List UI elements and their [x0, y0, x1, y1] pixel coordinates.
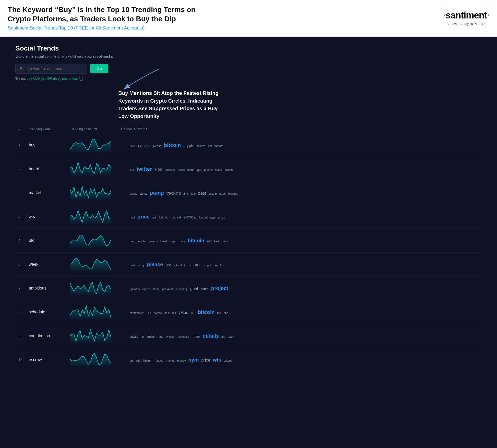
- cloud-word[interactable]: bitcoin: [164, 140, 181, 151]
- cloud-word[interactable]: funded: [199, 214, 208, 221]
- cloud-word[interactable]: elon: [155, 165, 162, 174]
- cloud-word[interactable]: tracking: [166, 189, 181, 198]
- cloud-word[interactable]: nym: [210, 214, 216, 221]
- cloud-word[interactable]: get: [208, 143, 212, 149]
- cloud-word[interactable]: tell: [172, 310, 176, 316]
- trending-word[interactable]: wts: [26, 205, 67, 228]
- cloud-word[interactable]: become: [228, 191, 238, 197]
- cloud-word[interactable]: support: [147, 334, 156, 340]
- cloud-word[interactable]: polkadot: [162, 286, 173, 292]
- trending-word[interactable]: schedule: [26, 300, 67, 324]
- cloud-word[interactable]: time: [183, 191, 189, 197]
- cloud-word[interactable]: sol: [152, 214, 157, 221]
- cloud-word[interactable]: opt: [130, 357, 133, 364]
- cloud-word[interactable]: wts: [213, 354, 221, 365]
- trending-word[interactable]: btc: [26, 228, 67, 252]
- trending-word[interactable]: week: [26, 252, 67, 276]
- cloud-word[interactable]: upcoming: [175, 286, 188, 292]
- cloud-word[interactable]: price: [137, 211, 150, 222]
- cloud-word[interactable]: nym: [188, 354, 199, 365]
- cloud-word[interactable]: joining: [225, 167, 233, 173]
- cloud-word[interactable]: please: [153, 143, 161, 149]
- cloud-word[interactable]: crypto: [169, 238, 177, 244]
- cloud-word[interactable]: funded: [155, 357, 164, 364]
- cloud-word[interactable]: market: [215, 143, 223, 149]
- cloud-word[interactable]: team: [228, 334, 234, 340]
- cloud-word[interactable]: opt: [165, 214, 169, 221]
- cloud-word[interactable]: increase: [165, 167, 176, 173]
- cloud-word[interactable]: post: [130, 262, 135, 268]
- cloud-word[interactable]: litheum: [143, 357, 152, 364]
- cloud-word[interactable]: twitter: [137, 163, 152, 175]
- cloud-word[interactable]: like: [214, 238, 219, 245]
- cloud-word[interactable]: private: [130, 334, 138, 340]
- cloud-word[interactable]: cipher: [142, 286, 150, 292]
- cloud-word[interactable]: please: [147, 259, 163, 270]
- cloud-word[interactable]: escrow: [183, 213, 196, 222]
- cloud-word[interactable]: cointest: [157, 238, 167, 244]
- cloud-word[interactable]: value: [148, 238, 155, 244]
- cloud-word[interactable]: project: [211, 283, 228, 294]
- cloud-word[interactable]: wtb: [136, 357, 140, 364]
- cloud-word[interactable]: like: [147, 310, 151, 316]
- cloud-word[interactable]: full: [159, 214, 163, 221]
- cloud-word[interactable]: tokens: [224, 357, 232, 364]
- cloud-word[interactable]: proxy: [218, 214, 225, 221]
- cloud-word[interactable]: syscoin: [166, 334, 175, 340]
- cloud-word[interactable]: contribution: [130, 310, 144, 316]
- cloud-word[interactable]: people: [137, 238, 145, 244]
- cloud-word[interactable]: posts: [195, 260, 205, 269]
- cloud-word[interactable]: like: [220, 262, 225, 268]
- cloud-word[interactable]: crypto: [130, 191, 137, 197]
- cloud-word[interactable]: eth: [207, 238, 212, 245]
- cloud-word[interactable]: musk: [178, 167, 185, 173]
- cloud-word[interactable]: money: [177, 357, 186, 364]
- try-out-links[interactable]: buy AND (dip OR dips), short, fees: [27, 77, 78, 81]
- cloud-word[interactable]: last: [166, 262, 171, 269]
- cloud-word[interactable]: btc: [191, 309, 195, 317]
- cloud-word[interactable]: goal: [190, 284, 198, 293]
- cloud-word[interactable]: like: [138, 143, 142, 149]
- cloud-word[interactable]: crypto: [183, 141, 195, 150]
- cloud-word[interactable]: signal: [140, 191, 147, 197]
- cloud-word[interactable]: join: [191, 191, 196, 197]
- cloud-word[interactable]: value: [178, 308, 188, 317]
- cloud-word[interactable]: ido: [217, 310, 221, 316]
- trending-word[interactable]: escrow: [26, 348, 67, 372]
- cloud-word[interactable]: tell: [141, 334, 144, 340]
- cloud-word[interactable]: best: [198, 189, 206, 198]
- cloud-word[interactable]: market: [166, 357, 175, 364]
- cloud-word[interactable]: updates: [130, 286, 140, 292]
- cloud-word[interactable]: time: [130, 143, 135, 149]
- cloud-word[interactable]: could: [200, 285, 208, 293]
- cloud-word[interactable]: gold: [164, 310, 170, 316]
- cloud-word[interactable]: sell: [144, 141, 150, 150]
- cloud-word[interactable]: means: [204, 167, 213, 173]
- trending-word[interactable]: board: [26, 157, 67, 181]
- cloud-word[interactable]: price: [201, 356, 210, 365]
- cloud-word[interactable]: like: [130, 167, 134, 173]
- cloud-word[interactable]: share: [152, 286, 160, 292]
- cloud-word[interactable]: details: [154, 310, 162, 316]
- info-icon[interactable]: i: [79, 77, 83, 81]
- cloud-word[interactable]: every: [138, 262, 145, 268]
- cloud-word[interactable]: stake: [215, 167, 222, 173]
- cloud-word[interactable]: one: [187, 262, 192, 268]
- trending-word[interactable]: ambitious: [26, 276, 67, 300]
- cloud-word[interactable]: bot: [214, 262, 217, 268]
- cloud-word[interactable]: bitcoin: [198, 306, 215, 318]
- cloud-word[interactable]: buy: [130, 238, 134, 244]
- cloud-word[interactable]: game: [187, 167, 195, 173]
- cloud-word[interactable]: get: [197, 166, 202, 174]
- cloud-word[interactable]: subreddit: [173, 262, 185, 268]
- cloud-word[interactable]: get: [207, 262, 211, 268]
- cloud-word[interactable]: ido: [222, 334, 225, 340]
- cloud-word[interactable]: bitcoin: [208, 191, 217, 197]
- go-button[interactable]: Go: [90, 64, 108, 73]
- cloud-word[interactable]: bitcoin: [188, 235, 205, 246]
- cloud-word[interactable]: price: [222, 238, 228, 244]
- search-input[interactable]: [15, 64, 87, 74]
- cloud-word[interactable]: time: [180, 238, 185, 244]
- cloud-word[interactable]: mail: [130, 214, 135, 221]
- cloud-word[interactable]: details: [203, 330, 219, 342]
